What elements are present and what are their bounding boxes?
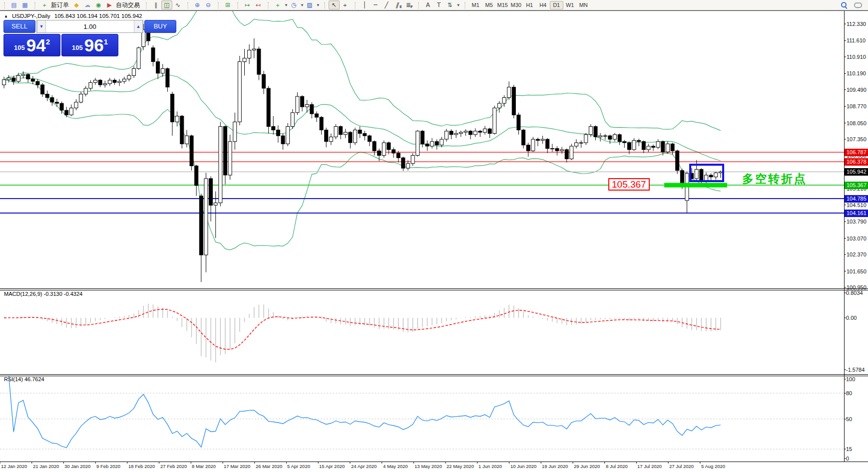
volume-increase-button[interactable]: ▲ [134,20,143,32]
axis-ticks [0,24,846,464]
toolbar-group: ⊞ [216,0,235,10]
new-order-icon-label[interactable]: 新订单 [51,1,69,9]
candlestick-series [2,24,723,282]
candlestick-chart-icon[interactable]: ◫ [161,0,172,9]
timeframe-w1[interactable]: W1 [563,1,577,9]
notifications-icon[interactable]: ◆ [71,0,82,9]
text-icon[interactable]: A [423,0,434,9]
tile-windows-icon[interactable]: ⊞ [222,0,233,9]
toolbar-group: ↦↤ [235,0,266,10]
toolbar-group: ↖＋ [322,0,353,10]
auto-trading-icon[interactable]: ▶ [104,0,115,9]
toolbar-group: ∥◫∿ [144,0,185,10]
trendline-icon[interactable]: ╱ [381,0,392,9]
indicators-icon[interactable]: ＋ [272,0,283,9]
toolbar-group: ▤▦ [2,0,32,10]
timeframe-m1[interactable]: M1 [469,1,482,9]
toolbar-right [840,1,866,9]
horizontal-line-icon[interactable]: ─ [370,0,381,9]
green-support-bar[interactable] [664,183,727,188]
templates-icon[interactable]: ▨ [304,0,315,9]
volume-stepper[interactable]: ▼ ▲ [36,20,143,33]
buy-button[interactable]: BUY [144,20,176,33]
volume-input[interactable] [46,20,134,32]
collapse-panel-icon[interactable]: ▲ [4,14,8,18]
timeframe-m5[interactable]: M5 [482,1,496,9]
text-label-icon[interactable]: T [434,0,444,9]
horizontal-price-lines [0,152,844,213]
community-icon[interactable]: ☁ [82,0,93,9]
timeframe-group: M1M5M15M30H1H4D1W1MN [462,0,592,10]
rsi-level-lines [0,393,844,449]
toolbar-group: │─╱∥E≣F [353,0,416,10]
rsi-pane-label: RSI(14) 46.7624 [4,376,44,382]
chart-title: ▲ USDJPY-,Daily 105.843 106.194 105.701 … [4,13,142,19]
zoom-in-icon[interactable]: ⊕ [192,0,203,9]
line-chart-icon[interactable]: ∿ [172,0,183,9]
chat-icon[interactable] [854,2,862,8]
rsi-line [9,376,721,448]
search-icon[interactable] [840,1,848,9]
chart-canvas[interactable] [0,10,868,472]
auto-trading-icon-label[interactable]: 自动交易 [116,1,140,9]
zoom-out-icon[interactable]: ⊖ [203,0,214,9]
buy-price-button[interactable]: 105961 [61,34,118,56]
cursor-icon[interactable]: ↖ [329,0,340,9]
charts-window-icon[interactable]: ▤ [8,0,19,9]
chart-area[interactable]: 112.330111.610110.910110.190109.490108.7… [0,10,868,472]
data-window-icon[interactable]: ▦ [19,0,30,9]
equidistant-channel-icon[interactable]: ∥E [392,0,403,9]
bar-chart-icon[interactable]: ∥ [150,0,161,9]
mt4-window: ▤▦＋新订单◆☁◉▶自动交易∥◫∿⊕⊖⊞↦↤＋▼◷▼▨▼↖＋│─╱∥E≣FAT⇅… [0,0,868,472]
volume-decrease-button[interactable]: ▼ [37,20,46,32]
timeframe-h1[interactable]: H1 [523,1,536,9]
chart-shift-icon[interactable]: ↤ [253,0,264,9]
macd-histogram [4,304,721,363]
turning-point-annotation[interactable]: 多空转折点 [742,171,807,187]
timeframe-m30[interactable]: M30 [509,1,523,9]
periods-icon[interactable]: ◷ [288,0,299,9]
arrows-icon[interactable]: ⇅ [444,0,455,9]
support-price-annotation[interactable]: 105.367 [608,178,650,191]
crosshair-icon[interactable]: ＋ [340,0,351,9]
toolbar-group: ＋新订单◆☁◉▶自动交易 [32,0,144,10]
toolbar-group: ＋▼◷▼▨▼ [266,0,322,10]
timeframe-mn[interactable]: MN [577,1,590,9]
toolbar-group: ⊕⊖ [185,0,216,10]
timeframe-d1[interactable]: D1 [550,1,563,9]
macd-signal-line [4,309,721,349]
auto-scroll-icon[interactable]: ↦ [242,0,253,9]
toolbar-group: AT⇅▼ [416,0,462,10]
symbol-period-label: USDJPY-,Daily [12,13,50,19]
sell-button[interactable]: SELL [3,20,35,33]
vertical-line-icon[interactable]: │ [359,0,370,9]
signals-icon[interactable]: ◉ [93,0,104,9]
ohlc-values: 105.843 106.194 105.701 105.942 [54,13,142,19]
toolbar: ▤▦＋新订单◆☁◉▶自动交易∥◫∿⊕⊖⊞↦↤＋▼◷▼▨▼↖＋│─╱∥E≣FAT⇅… [0,0,868,10]
sell-price-button[interactable]: 105942 [3,34,60,56]
one-click-trading-panel: SELL ▼ ▲ BUY 105942 105961 [3,20,118,56]
timeframe-m15[interactable]: M15 [496,1,509,9]
new-order-icon[interactable]: ＋ [39,0,50,9]
timeframe-h4[interactable]: H4 [536,1,550,9]
fibonacci-icon[interactable]: ≣F [403,0,414,9]
macd-pane-label: MACD(12,26,9) -0.3130 -0.4324 [4,291,82,297]
